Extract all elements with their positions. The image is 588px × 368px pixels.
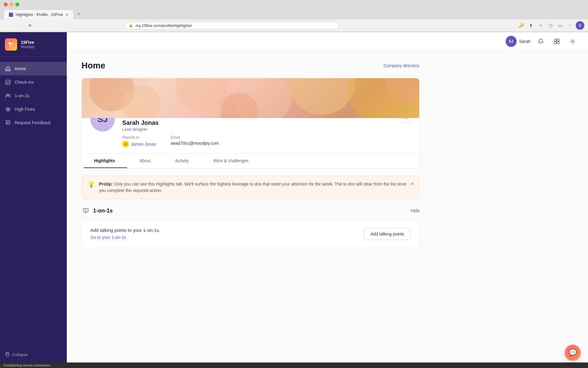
protip-body: Only you can see this Highlights tab. We… — [99, 182, 406, 193]
extension-icon[interactable]: ⬡ — [546, 21, 555, 30]
sidebar-item-requestfeedback[interactable]: Request Feedback — [0, 116, 67, 129]
requestfeedback-icon — [5, 120, 11, 126]
refresh-button[interactable]: ✕ — [26, 21, 34, 30]
address-text: my.15five.com/profile/highlights/ — [136, 23, 192, 28]
reports-to-group: Reports to JJ James Jonas — [122, 135, 156, 148]
browser-profile-avatar[interactable]: S — [576, 21, 584, 30]
sidebar-item-home[interactable]: Home — [0, 62, 67, 75]
svg-rect-3 — [6, 80, 10, 84]
header-avatar: SJ — [506, 36, 517, 47]
tab-close-button[interactable]: ✕ — [66, 13, 69, 17]
chat-bubble-button[interactable]: 💬 — [565, 345, 581, 361]
page-title: Home — [81, 61, 105, 71]
app-logo-icon — [5, 38, 17, 51]
banner-decoration — [82, 78, 419, 118]
svg-point-14 — [175, 78, 228, 111]
address-bar[interactable]: 🔒 my.15five.com/profile/highlights/ — [125, 22, 339, 29]
sidebar-logo: 15Five Moodjoy — [0, 32, 67, 57]
highfives-icon — [5, 106, 11, 112]
protip-text: Protip: Only you can see this Highlights… — [99, 181, 413, 194]
manager-avatar: JJ — [122, 141, 129, 148]
profile-role: Lead designer — [122, 127, 394, 132]
close-window-button[interactable] — [4, 2, 8, 6]
sidebar-item-checkins[interactable]: Check-ins — [0, 75, 67, 89]
home-icon — [5, 66, 11, 72]
tab-highlights[interactable]: Highlights — [82, 154, 127, 168]
svg-rect-10 — [557, 42, 559, 44]
browser-chrome: Highlights · Profile · 15Five ✕ + ‹ › ✕ … — [0, 0, 588, 32]
profile-tabs: Highlights About Activity Wins & challen… — [82, 154, 419, 168]
main-content: SJ Sarah — [67, 32, 588, 362]
grid-view-button[interactable] — [551, 36, 562, 47]
maximize-window-button[interactable] — [15, 2, 19, 6]
1on1s-action-card: Add talking points to your 1-on-1s. Go t… — [81, 220, 420, 248]
go-to-1on1s-link[interactable]: Go to your 1-on-1s — [90, 235, 126, 240]
sidebar-bottom: Collapse — [0, 347, 67, 362]
collapse-icon — [5, 352, 10, 358]
top-header: SJ Sarah — [67, 32, 588, 51]
browser-nav-bar: ‹ › ✕ 🔒 my.15five.com/profile/highlights… — [0, 19, 588, 32]
svg-point-0 — [9, 42, 11, 44]
protip-banner: 💡 Protip: Only you can see this Highligh… — [81, 176, 420, 199]
browser-titlebar — [0, 0, 588, 9]
profile-name: Sarah Jonas — [122, 119, 394, 126]
forward-button[interactable]: › — [15, 21, 23, 30]
back-button[interactable]: ‹ — [4, 21, 12, 30]
sidebar-nav: Home Check-ins — [0, 57, 67, 347]
add-talking-points-button[interactable]: Add talking points — [364, 228, 411, 240]
tab-favicon — [9, 13, 13, 17]
action-card-text: Add talking points to your 1-on-1s. Go t… — [90, 228, 160, 240]
sidebar-item-checkins-label: Check-ins — [15, 80, 34, 85]
svg-rect-7 — [554, 39, 556, 41]
sidebar-item-1on1s[interactable]: 1-on-1s — [0, 89, 67, 102]
new-tab-button[interactable]: + — [75, 9, 83, 19]
share-icon[interactable]: ⬆ — [527, 21, 535, 30]
collapse-button[interactable]: Collapse — [5, 352, 62, 358]
sidebar-item-home-label: Home — [15, 66, 26, 71]
email-value: aead70cc@moodjoy.com — [171, 141, 219, 146]
app-name: 15Five — [21, 40, 35, 45]
app-layout: 15Five Moodjoy Home — [0, 32, 588, 362]
checkins-icon — [5, 79, 11, 85]
reports-to-value: JJ James Jonas — [122, 141, 156, 148]
one-on-ones-section: 1-on-1s Hide Add talking points to your … — [81, 206, 420, 248]
svg-rect-8 — [557, 39, 559, 41]
tab-about[interactable]: About — [127, 154, 163, 168]
sidebar-item-requestfeedback-label: Request Feedback — [15, 120, 51, 125]
browser-tab[interactable]: Highlights · Profile · 15Five ✕ — [4, 10, 74, 19]
svg-point-11 — [572, 41, 574, 42]
section-title-row: 1-on-1s — [81, 206, 113, 215]
company-directory-link[interactable]: Company directory — [384, 63, 420, 68]
profile-meta: Reports to JJ James Jonas Email aead70cc… — [122, 135, 394, 148]
1on1s-icon — [5, 93, 11, 99]
sidebar: 15Five Moodjoy Home — [0, 32, 67, 362]
minimize-window-button[interactable] — [9, 2, 13, 6]
sidebar-item-1on1s-label: 1-on-1s — [15, 93, 29, 98]
notification-bell-button[interactable] — [535, 36, 546, 47]
menu-icon[interactable]: ⋮ — [566, 21, 575, 30]
svg-point-2 — [9, 45, 11, 47]
manager-link[interactable]: James Jonas — [131, 142, 156, 147]
protip-prefix: Protip: — [99, 182, 113, 186]
status-text: Establishing secure connection... — [4, 363, 53, 367]
page-header: Home Company directory — [81, 61, 420, 71]
section-header: 1-on-1s Hide — [81, 206, 420, 215]
bookmark-icon[interactable]: ☆ — [537, 21, 545, 30]
settings-button[interactable] — [567, 36, 578, 47]
status-bar: Establishing secure connection... — [0, 362, 588, 368]
tab-activity[interactable]: Activity — [163, 154, 201, 168]
hide-section-link[interactable]: Hide — [411, 208, 420, 213]
protip-close-button[interactable]: ✕ — [410, 181, 414, 187]
svg-point-6 — [6, 352, 9, 356]
password-icon[interactable]: 🔑 — [517, 21, 526, 30]
page-content: Home Company directory — [67, 51, 434, 258]
sidebar-toggle-icon[interactable]: ▭ — [556, 21, 565, 30]
browser-nav-icons: 🔑 ⬆ ☆ ⬡ ▭ ⋮ S — [517, 21, 584, 30]
email-group: Email aead70cc@moodjoy.com — [171, 135, 219, 148]
svg-rect-9 — [554, 42, 556, 44]
tab-wins-challenges[interactable]: Wins & challenges — [201, 154, 261, 168]
sidebar-item-highfives-label: High Fives — [15, 107, 35, 112]
svg-point-4 — [6, 94, 8, 96]
sidebar-item-highfives[interactable]: High Fives — [0, 102, 67, 116]
collapse-label: Collapse — [12, 352, 28, 357]
